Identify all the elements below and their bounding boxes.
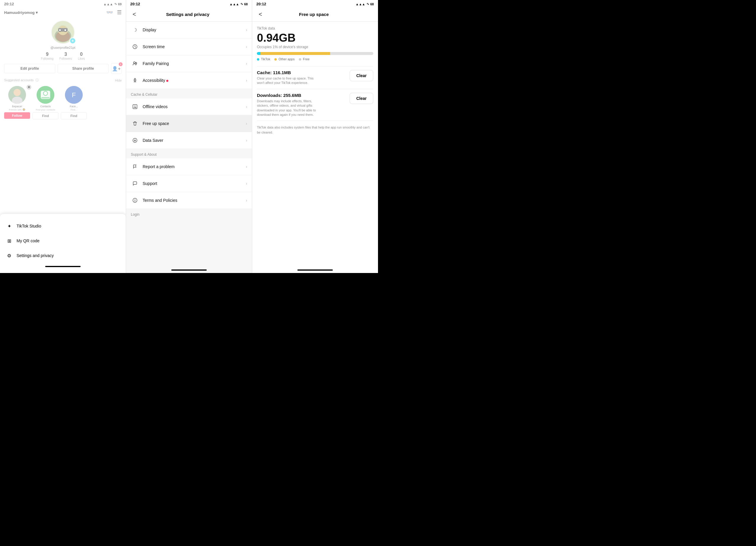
datasaver-label: Data Saver xyxy=(143,138,246,143)
chevron-datasaver: › xyxy=(246,138,247,143)
suggested-header: Suggested accounts ⓘ Hide xyxy=(0,77,126,84)
svg-point-7 xyxy=(59,29,61,31)
suggested-name-3: Face... xyxy=(61,105,87,108)
following-stat[interactable]: 9 Following xyxy=(41,52,53,60)
time-3: 20:12 xyxy=(256,2,266,6)
time-2: 20:12 xyxy=(130,2,140,6)
followers-stat[interactable]: 3 Followers xyxy=(59,52,72,60)
svg-point-22 xyxy=(134,78,136,79)
home-indicator-3 xyxy=(297,269,333,270)
settings-item-report[interactable]: Report a problem › xyxy=(126,158,252,175)
status-icons-1: ▲▲▲ ∿ 69 xyxy=(103,2,122,6)
legend-other: Other apps xyxy=(274,57,294,61)
display-label: Display xyxy=(143,27,246,32)
suggested-sub-2: Find your contacts xyxy=(32,108,58,111)
share-profile-button[interactable]: Share profile xyxy=(58,64,109,73)
settings-item-offline[interactable]: Offline videos › xyxy=(126,98,252,115)
chevron-report: › xyxy=(246,164,247,169)
profile-actions: Edit profile Share profile 👤+ 1 xyxy=(0,63,126,74)
free-space-content: TikTok data 0.94GB Occupies 1% of device… xyxy=(252,22,378,267)
suggested-name-2: Contacts xyxy=(32,105,58,108)
tiktok-data-label: TikTok data xyxy=(257,26,373,30)
chevron-support: › xyxy=(246,181,247,186)
settings-item-freeupspace[interactable]: Free up space › xyxy=(126,115,252,132)
free-space-title: Free up space xyxy=(264,12,364,17)
cache-desc: Clear your cache to free up space. This … xyxy=(257,76,322,85)
support-label: Support xyxy=(143,181,246,186)
chevron-accessibility: › xyxy=(246,78,247,83)
edit-profile-button[interactable]: Edit profile xyxy=(4,64,55,73)
storage-size: 0.94GB xyxy=(257,32,373,44)
support-section-label: Support & About xyxy=(126,149,252,158)
svg-point-20 xyxy=(133,62,135,63)
downloads-info: Downloads: 255.6MB Downloads may include… xyxy=(257,93,322,117)
time-1: 20:12 xyxy=(4,2,14,6)
back-button-freespace[interactable]: < xyxy=(257,10,264,18)
home-indicator-1 xyxy=(45,266,81,267)
status-bar-2: 20:12 ▲▲▲ ∿ 68 xyxy=(126,0,252,7)
signal-icon-3: ▲▲▲ xyxy=(356,2,365,6)
status-bar-3: 20:12 ▲▲▲ ∿ 68 xyxy=(252,0,378,7)
suggested-sub-1: Friends with 🦁 xyxy=(4,108,30,111)
svg-point-8 xyxy=(64,29,66,31)
chevron-terms: › xyxy=(246,198,247,203)
settings-item-screentime[interactable]: Screen time › xyxy=(126,38,252,55)
info-icon[interactable]: ⓘ xyxy=(35,78,39,82)
menu-icon[interactable]: ☰ xyxy=(117,9,122,16)
suggested-title: Suggested accounts ⓘ xyxy=(4,78,39,82)
profile-username: Hamuudriyomog ▾ xyxy=(4,10,38,15)
studio-icon: ✦ xyxy=(6,223,12,229)
glasses-icon[interactable]: 👓 xyxy=(106,9,113,16)
follow-button-1[interactable]: Follow xyxy=(4,112,30,119)
sheet-item-studio[interactable]: ✦ TikTok Studio xyxy=(0,219,126,233)
add-friend-button[interactable]: 👤+ 1 xyxy=(111,63,122,74)
suggested-avatar-1 xyxy=(8,86,26,104)
cache-label: Cache: 116.1MB xyxy=(257,70,322,75)
find-button-2[interactable]: Find xyxy=(32,112,58,119)
offline-label: Offline videos xyxy=(143,104,246,109)
following-label: Following xyxy=(41,57,53,60)
accessibility-label: Accessibility xyxy=(143,78,246,83)
avatar-container: + xyxy=(0,20,126,44)
downloads-label: Downloads: 255.6MB xyxy=(257,93,322,98)
legend-tiktok: TikTok xyxy=(257,57,270,61)
svg-text:F: F xyxy=(72,91,76,99)
storage-bar xyxy=(257,52,373,55)
hide-button[interactable]: Hide xyxy=(115,79,122,82)
suggested-avatar-3: F xyxy=(65,86,83,104)
support-icon xyxy=(131,179,139,187)
user-handle: @userprofile21pt xyxy=(0,46,126,49)
clear-downloads-button[interactable]: Clear xyxy=(350,93,373,104)
followers-count: 3 xyxy=(59,52,72,57)
screentime-label: Screen time xyxy=(143,44,246,49)
settings-item-family[interactable]: Family Pairing › xyxy=(126,55,252,72)
settings-item-accessibility[interactable]: Accessibility › xyxy=(126,72,252,89)
sheet-item-settings[interactable]: ⚙ Settings and privacy xyxy=(0,248,126,263)
bar-free xyxy=(330,52,373,55)
back-button-settings[interactable]: < xyxy=(131,10,138,18)
close-suggestion-1[interactable]: × xyxy=(27,85,31,89)
settings-item-terms[interactable]: Terms and Policies › xyxy=(126,192,252,209)
svg-point-21 xyxy=(136,62,137,63)
accessibility-dot xyxy=(166,80,168,82)
status-icons-2: ▲▲▲ ∿ 68 xyxy=(229,2,248,6)
freeupspace-label: Free up space xyxy=(143,121,246,126)
clear-cache-button[interactable]: Clear xyxy=(350,70,373,81)
settings-navbar: < Settings and privacy xyxy=(126,7,252,22)
chevron-screentime: › xyxy=(246,44,247,49)
home-indicator-2 xyxy=(171,269,207,270)
settings-item-support[interactable]: Support › xyxy=(126,175,252,192)
family-label: Family Pairing xyxy=(143,61,246,66)
find-button-3[interactable]: Find xyxy=(61,112,87,119)
sheet-item-qr[interactable]: ⊞ My QR code xyxy=(0,233,126,248)
terms-label: Terms and Policies xyxy=(143,198,246,203)
svg-rect-16 xyxy=(41,97,50,98)
likes-stat[interactable]: 0 Likes xyxy=(78,52,85,60)
add-avatar-button[interactable]: + xyxy=(69,37,76,44)
suggested-avatar-2 xyxy=(37,86,54,104)
settings-item-display[interactable]: ☽ Display › xyxy=(126,22,252,38)
settings-item-datasaver[interactable]: Data Saver › xyxy=(126,132,252,149)
free-space-navbar: < Free up space xyxy=(252,7,378,22)
likes-label: Likes xyxy=(78,57,85,60)
legend-free: Free xyxy=(299,57,310,61)
